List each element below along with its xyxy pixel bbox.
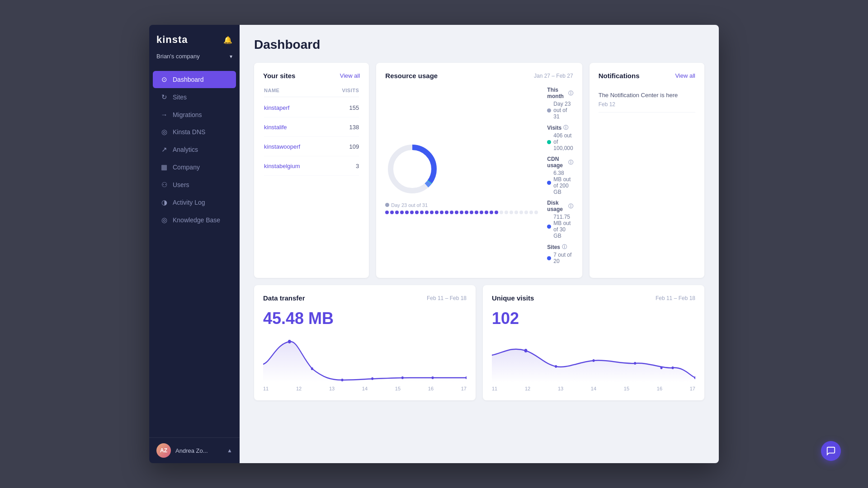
unique-visits-card: Unique visits Feb 11 – Feb 18 102 — [483, 285, 704, 400]
sidebar-item-label: Analytics — [173, 146, 198, 153]
day-dot — [529, 211, 533, 214]
svg-point-13 — [593, 359, 595, 362]
notifications-header: Notifications View all — [599, 72, 695, 80]
sites-count-value: 7 out of 20 — [553, 252, 573, 264]
data-transfer-labels: 11 12 13 14 15 16 17 — [263, 386, 467, 391]
user-footer[interactable]: AZ Andrea Zo... ▲ — [149, 437, 240, 463]
sidebar: kinsta 🔔 Brian's company ▾ ⊙ Dashboard ↻… — [149, 25, 240, 463]
site-link[interactable]: kinstawooperf — [264, 143, 300, 150]
data-transfer-date: Feb 11 – Feb 18 — [427, 295, 467, 301]
company-selector[interactable]: Brian's company ▾ — [149, 50, 240, 67]
sidebar-item-company[interactable]: ▦ Company — [153, 159, 236, 176]
chevron-down-icon: ▾ — [230, 53, 232, 60]
sites-icon: ↻ — [160, 93, 168, 101]
stat-cdn: CDN usage ⓘ 6.38 MB out of 200 GB — [547, 156, 573, 195]
day-dot — [514, 211, 518, 214]
day-dot — [415, 211, 419, 214]
day-dot — [445, 211, 448, 214]
data-transfer-card: Data transfer Feb 11 – Feb 18 45.48 MB — [254, 285, 476, 400]
migrations-icon: → — [160, 111, 168, 118]
svg-point-7 — [371, 377, 373, 380]
sidebar-item-migrations[interactable]: → Migrations — [153, 106, 236, 123]
svg-point-4 — [288, 340, 291, 343]
top-grid: Your sites View all NAME VISITS kinstape… — [254, 63, 704, 278]
site-visits: 109 — [349, 143, 359, 150]
day-value: Day 23 out of 31 — [553, 101, 573, 120]
stat-disk: Disk usage ⓘ 711.75 MB out of 30 GB — [547, 200, 573, 239]
nav-menu: ⊙ Dashboard ↻ Sites → Migrations ◎ Kinst… — [149, 67, 240, 437]
day-progress: Day 23 out of 31 — [385, 202, 538, 214]
svg-point-15 — [660, 366, 663, 369]
sidebar-item-label: Sites — [173, 94, 187, 101]
sidebar-item-label: Knowledge Base — [173, 216, 220, 224]
day-dot — [505, 211, 508, 214]
notifications-card: Notifications View all The Notification … — [590, 63, 704, 278]
sidebar-item-label: Users — [173, 181, 189, 188]
day-dot — [485, 211, 488, 214]
cdn-value: 6.38 MB out of 200 GB — [553, 170, 573, 195]
notification-item: The Notification Center is here Feb 12 — [599, 87, 695, 113]
day-dot — [410, 211, 414, 214]
day-dot — [524, 211, 528, 214]
sidebar-item-activity-log[interactable]: ◑ Activity Log — [153, 194, 236, 211]
sidebar-item-analytics[interactable]: ↗ Analytics — [153, 141, 236, 158]
sidebar-item-label: Dashboard — [173, 76, 204, 83]
resource-usage-header: Resource usage Jan 27 – Feb 27 — [385, 72, 573, 80]
sidebar-item-kinsta-dns[interactable]: ◎ Kinsta DNS — [153, 123, 236, 141]
resource-usage-card: Resource usage Jan 27 – Feb 27 — [376, 63, 582, 278]
main-content: Dashboard Your sites View all NAME VISIT… — [240, 25, 719, 463]
sidebar-item-label: Company — [173, 164, 200, 171]
sidebar-item-knowledge-base[interactable]: ◎ Knowledge Base — [153, 211, 236, 229]
day-dot — [450, 211, 453, 214]
day-dots — [385, 211, 538, 214]
svg-point-9 — [432, 376, 434, 379]
user-name: Andrea Zo... — [175, 447, 222, 454]
bottom-grid: Data transfer Feb 11 – Feb 18 45.48 MB — [254, 285, 704, 400]
donut-chart — [385, 142, 439, 196]
data-transfer-chart — [263, 337, 467, 382]
bell-icon[interactable]: 🔔 — [223, 36, 232, 44]
site-link[interactable]: kinstalife — [264, 124, 287, 131]
site-link[interactable]: kinstaperf — [264, 104, 289, 111]
stat-sites: Sites ⓘ 7 out of 20 — [547, 244, 573, 264]
sidebar-item-label: Kinsta DNS — [173, 128, 205, 136]
unique-visits-header: Unique visits Feb 11 – Feb 18 — [492, 294, 695, 302]
notification-text: The Notification Center is here — [599, 91, 695, 99]
disk-info-icon[interactable]: ⓘ — [568, 203, 573, 210]
expand-icon: ▲ — [227, 447, 232, 454]
cdn-info-icon[interactable]: ⓘ — [568, 159, 573, 166]
data-transfer-title: Data transfer — [263, 294, 305, 302]
kinsta-logo: kinsta — [156, 34, 188, 46]
day-dot — [435, 211, 439, 214]
dns-icon: ◎ — [160, 128, 168, 136]
day-dot — [480, 211, 483, 214]
data-transfer-header: Data transfer Feb 11 – Feb 18 — [263, 294, 467, 302]
site-link[interactable]: kinstabelgium — [264, 163, 300, 169]
your-sites-view-all[interactable]: View all — [340, 72, 360, 79]
sites-info-icon[interactable]: ⓘ — [562, 244, 567, 250]
table-row: kinstalife 138 — [264, 117, 359, 137]
day-dot — [395, 211, 399, 214]
users-icon: ⚇ — [160, 181, 168, 189]
svg-point-6 — [341, 379, 344, 381]
day-label: Day 23 out of 31 — [391, 202, 428, 208]
sidebar-item-label: Migrations — [173, 111, 202, 118]
notification-date: Feb 12 — [599, 101, 695, 108]
day-dot — [470, 211, 473, 214]
sidebar-item-users[interactable]: ⚇ Users — [153, 176, 236, 193]
svg-point-16 — [672, 366, 674, 369]
unique-visits-value: 102 — [492, 309, 695, 328]
col-visits: VISITS — [342, 88, 359, 93]
visits-info-icon[interactable]: ⓘ — [563, 124, 568, 131]
sidebar-item-dashboard[interactable]: ⊙ Dashboard — [153, 71, 236, 88]
chat-button[interactable] — [821, 441, 841, 461]
your-sites-title: Your sites — [263, 72, 295, 80]
day-dot — [385, 211, 389, 214]
notifications-view-all[interactable]: View all — [675, 72, 695, 79]
table-row: kinstabelgium 3 — [264, 156, 359, 176]
sidebar-item-label: Activity Log — [173, 199, 205, 206]
day-dot — [430, 211, 434, 214]
your-sites-card: Your sites View all NAME VISITS kinstape… — [254, 63, 369, 278]
sidebar-item-sites[interactable]: ↻ Sites — [153, 89, 236, 106]
info-icon[interactable]: ⓘ — [568, 90, 573, 97]
